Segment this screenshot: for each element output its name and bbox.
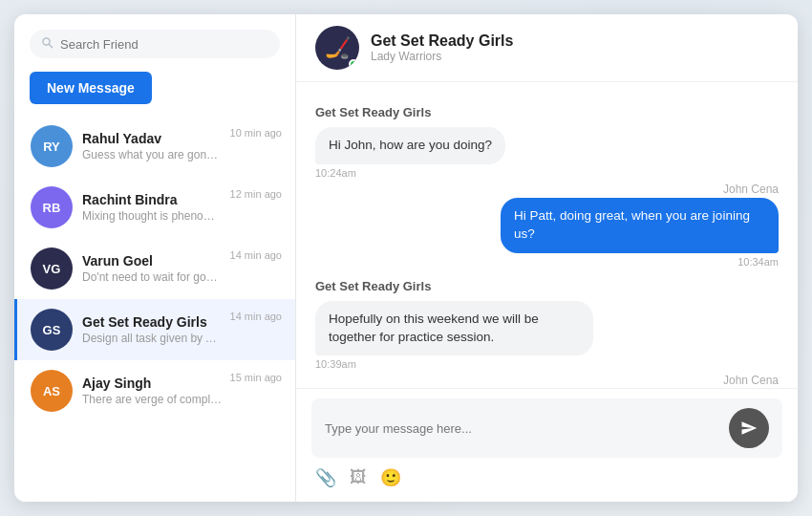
chat-header: 🏒 Get Set Ready Girls Lady Warriors xyxy=(296,14,798,82)
contact-time: 10 min ago xyxy=(230,127,282,139)
svg-line-1 xyxy=(49,44,53,48)
contact-name: Rahul Yadav xyxy=(82,131,223,146)
send-button[interactable] xyxy=(729,408,769,448)
contact-preview: Mixing thought is phenomenal dis-... xyxy=(82,209,223,223)
chat-header-sub: Lady Warriors xyxy=(371,50,513,63)
message-group-label: Get Set Ready Girls xyxy=(315,105,779,119)
chat-header-name: Get Set Ready Girls xyxy=(371,32,513,50)
contact-name: Varun Goel xyxy=(82,253,223,269)
chat-area: 🏒 Get Set Ready Girls Lady Warriors Get … xyxy=(296,14,798,502)
message-bubble-wrap: John CenaCool, hope you are ready with t… xyxy=(315,374,779,388)
chat-messages: Get Set Ready GirlsHi John, how are you … xyxy=(296,82,798,388)
contact-info: Rachint Bindra Mixing thought is phenome… xyxy=(82,192,223,223)
contact-time: 12 min ago xyxy=(230,188,282,200)
contact-avatar: VG xyxy=(31,247,73,290)
bubble-time: 10:34am xyxy=(737,256,779,268)
app-container: New Message RY Rahul Yadav Guess what yo… xyxy=(14,14,798,502)
message-input[interactable] xyxy=(325,421,729,436)
message-bubble: Hi Patt, doing great, when you are joini… xyxy=(501,198,779,253)
sidebar: New Message RY Rahul Yadav Guess what yo… xyxy=(14,14,296,502)
attachment-icon[interactable]: 📎 xyxy=(315,467,336,488)
contact-preview: Design all task given by Ashwini on... xyxy=(82,332,223,345)
message-bubble: Hopefully on this weekend we will be tog… xyxy=(315,301,593,356)
bubble-time: 10:24am xyxy=(315,167,356,179)
bubble-time: 10:39am xyxy=(315,358,356,370)
contact-time: 15 min ago xyxy=(230,372,282,383)
contact-name: Get Set Ready Girls xyxy=(82,314,223,330)
emoji-icon[interactable]: 🙂 xyxy=(380,467,401,488)
bubble-sender: John Cena xyxy=(723,374,779,387)
contact-item-getsetready[interactable]: GS Get Set Ready Girls Design all task g… xyxy=(14,299,295,360)
contact-avatar: RB xyxy=(31,186,73,228)
message-bubble: Hi John, how are you doing? xyxy=(315,127,505,164)
contact-avatar: GS xyxy=(31,309,73,351)
new-message-button[interactable]: New Message xyxy=(30,72,152,104)
message-bubble-wrap: Hopefully on this weekend we will be tog… xyxy=(315,301,779,371)
contact-name: Ajay Singh xyxy=(82,376,223,391)
contact-avatar: AS xyxy=(31,370,73,412)
send-icon xyxy=(740,419,758,437)
contact-info: Get Set Ready Girls Design all task give… xyxy=(82,314,223,345)
chat-header-avatar: 🏒 xyxy=(315,26,359,70)
message-group-label: Get Set Ready Girls xyxy=(315,279,779,293)
search-input[interactable] xyxy=(60,37,268,52)
chat-actions: 📎 🖼 🙂 xyxy=(311,467,782,488)
contact-info: Ajay Singh There are verge of complexity… xyxy=(82,376,223,406)
contact-info: Varun Goel Do'nt need to wait for good t… xyxy=(82,253,223,284)
chat-input-row xyxy=(311,398,782,458)
online-indicator xyxy=(349,59,358,69)
contact-time: 14 min ago xyxy=(230,311,282,322)
search-icon xyxy=(41,36,53,52)
search-input-wrap xyxy=(30,30,280,58)
message-bubble-wrap: John CenaHi Patt, doing great, when you … xyxy=(315,183,779,268)
contact-item-rachint[interactable]: RB Rachint Bindra Mixing thought is phen… xyxy=(14,177,295,238)
contact-item-rahul[interactable]: RY Rahul Yadav Guess what you are gonna … xyxy=(14,116,295,177)
contact-avatar: RY xyxy=(31,125,73,167)
contact-preview: There are verge of complexity in m... xyxy=(82,393,223,406)
contact-name: Rachint Bindra xyxy=(82,192,223,207)
message-bubble-wrap: Hi John, how are you doing?10:24am xyxy=(315,127,779,179)
contact-list: RY Rahul Yadav Guess what you are gonna … xyxy=(14,116,295,502)
contact-item-ajay[interactable]: AS Ajay Singh There are verge of complex… xyxy=(14,360,295,421)
header-avatar-emoji: 🏒 xyxy=(325,35,351,60)
contact-preview: Guess what you are gonna get with... xyxy=(82,148,223,161)
contact-preview: Do'nt need to wait for good things t... xyxy=(82,270,223,284)
image-icon[interactable]: 🖼 xyxy=(350,467,367,488)
contact-item-varun[interactable]: VG Varun Goel Do'nt need to wait for goo… xyxy=(14,238,295,299)
bubble-sender: John Cena xyxy=(723,183,779,196)
chat-input-area: 📎 🖼 🙂 xyxy=(296,388,798,502)
contact-time: 14 min ago xyxy=(230,249,282,261)
chat-header-info: Get Set Ready Girls Lady Warriors xyxy=(371,32,513,63)
search-bar xyxy=(14,14,295,68)
contact-info: Rahul Yadav Guess what you are gonna get… xyxy=(82,131,223,161)
